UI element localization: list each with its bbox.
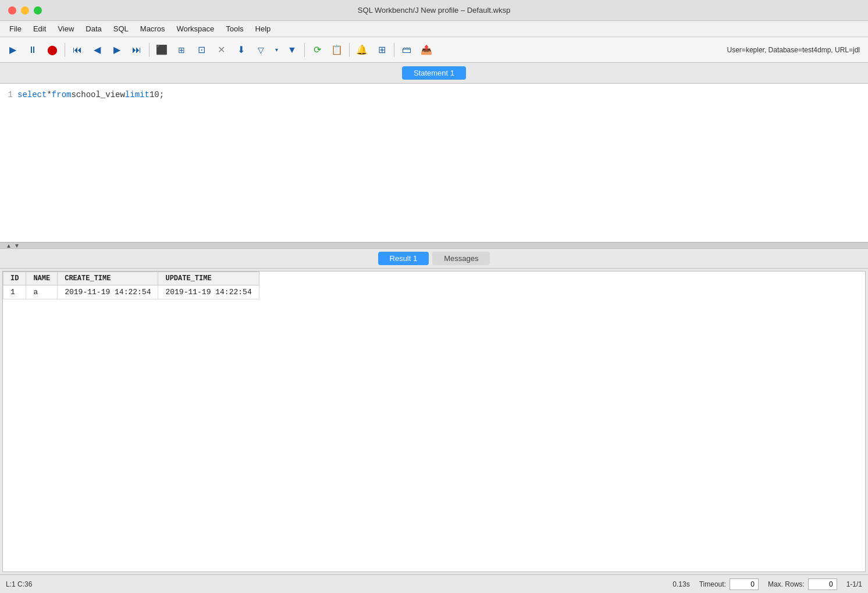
window-controls[interactable] [8,6,42,15]
db-icon-1[interactable]: 🗃 [397,41,416,59]
sql-line-1: 1 select * from school_view limit 10; [0,88,868,101]
commit-button[interactable]: 📋 [328,41,346,59]
filter-dropdown-button[interactable]: ▾ [271,41,282,59]
maxrows-segment: Max. Rows: [768,578,837,590]
toolbar-status: User=kepler, Database=test4dmp, URL=jdl [723,46,865,54]
cell-create-time: 2019-11-19 14:22:54 [58,285,158,299]
position-label: L:1 C:36 [6,580,32,588]
main-container: Statement 1 1 select * from school_view … [0,63,868,593]
run-current-button[interactable]: ⏸ [23,41,42,59]
results-section: Result 1 Messages ID NAME CREATE_TIME UP… [0,249,868,574]
menu-edit[interactable]: Edit [29,23,51,35]
menu-data[interactable]: Data [81,23,106,35]
splitter-up-icon: ▲ [6,242,12,249]
timeout-input[interactable] [730,578,759,590]
close-button[interactable] [8,6,16,15]
title-bar: SQL Workbench/J New profile – Default.wk… [0,0,868,21]
maxrows-input[interactable] [808,578,837,590]
menu-bar: File Edit View Data SQL Macros Workspace… [0,21,868,37]
first-row-button[interactable]: ⏮ [68,41,87,59]
separator-1 [65,43,65,57]
cursor-position: L:1 C:36 [6,580,32,588]
col-update-time: UPDATE_TIME [158,272,259,285]
statement-tabs: Statement 1 [0,63,868,84]
insert-row-button[interactable]: ⊡ [192,41,211,59]
delete-button[interactable]: ✕ [212,41,230,59]
result-tabs: Result 1 Messages [0,249,868,269]
timeout-segment: Timeout: [699,578,759,590]
editor-section: Statement 1 1 select * from school_view … [0,63,868,249]
menu-macros[interactable]: Macros [136,23,170,35]
paging-value: 1-1/1 [846,580,862,588]
move-down-button[interactable]: ⬇ [232,41,250,59]
menu-sql[interactable]: SQL [109,23,133,35]
menu-tools[interactable]: Tools [221,23,248,35]
cell-update-time: 2019-11-19 14:22:54 [158,285,259,299]
minimize-button[interactable] [21,6,29,15]
col-create-time: CREATE_TIME [58,272,158,285]
separator-5 [394,43,394,57]
operator-star: * [47,88,51,101]
cell-name: a [26,285,58,299]
last-row-button[interactable]: ⏭ [127,41,146,59]
result-area: ID NAME CREATE_TIME UPDATE_TIME 1 a 2019… [0,269,868,574]
elapsed-value: 0.13s [673,580,689,588]
cell-id: 1 [3,285,26,299]
sql-limit-value: 10; [150,88,164,101]
remove-filter-button[interactable]: ▼ [283,41,301,59]
splitter[interactable]: ▲ ▼ [0,243,868,249]
keyword-from: from [52,88,72,101]
line-number: 1 [0,88,17,101]
result-tab-1[interactable]: Result 1 [378,252,429,265]
menu-workspace[interactable]: Workspace [172,23,219,35]
table-row: 1 a 2019-11-19 14:22:54 2019-11-19 14:22… [3,285,259,299]
prev-row-button[interactable]: ◀ [88,41,106,59]
separator-4 [349,43,350,57]
run-button[interactable]: ▶ [3,41,22,59]
reload-button[interactable]: ⟳ [308,41,326,59]
table-grid-button[interactable]: ⊞ [372,41,391,59]
alert-button[interactable]: 🔔 [353,41,371,59]
messages-tab[interactable]: Messages [432,252,490,265]
save-button[interactable]: ⬛ [152,41,171,59]
splitter-down-icon: ▼ [14,242,20,249]
menu-file[interactable]: File [5,23,26,35]
stop-button[interactable]: ⬤ [43,41,62,59]
maximize-button[interactable] [34,6,42,15]
menu-view[interactable]: View [53,23,79,35]
menu-help[interactable]: Help [251,23,276,35]
status-bar: L:1 C:36 0.13s Timeout: Max. Rows: 1-1/1 [0,574,868,593]
elapsed-time: 0.13s [673,580,689,588]
col-id: ID [3,272,26,285]
separator-2 [149,43,150,57]
sql-table-name: school_view [71,88,124,101]
keyword-limit: limit [125,88,150,101]
maxrows-label: Max. Rows: [768,580,805,588]
separator-3 [304,43,305,57]
filter-button[interactable]: ▽ [251,41,270,59]
paging-segment: 1-1/1 [846,580,862,588]
keyword-select: select [17,88,47,101]
result-table-body: 1 a 2019-11-19 14:22:54 2019-11-19 14:22… [3,285,259,299]
window-title: SQL Workbench/J New profile – Default.wk… [358,6,510,15]
db-icon-2[interactable]: 📤 [417,41,436,59]
result-table-container[interactable]: ID NAME CREATE_TIME UPDATE_TIME 1 a 2019… [2,271,866,572]
col-name: NAME [26,272,58,285]
toolbar: ▶ ⏸ ⬤ ⏮ ◀ ▶ ⏭ ⬛ ⊞ ⊡ ✕ ⬇ ▽ ▾ ▼ ⟳ 📋 🔔 ⊞ 🗃 … [0,37,868,63]
timeout-label: Timeout: [699,580,726,588]
result-table: ID NAME CREATE_TIME UPDATE_TIME 1 a 2019… [3,272,259,299]
grid-button[interactable]: ⊞ [172,41,191,59]
result-table-header: ID NAME CREATE_TIME UPDATE_TIME [3,272,259,285]
sql-editor[interactable]: 1 select * from school_view limit 10; [0,84,868,243]
statement-tab-1[interactable]: Statement 1 [402,66,466,80]
next-row-button[interactable]: ▶ [108,41,126,59]
header-row: ID NAME CREATE_TIME UPDATE_TIME [3,272,259,285]
